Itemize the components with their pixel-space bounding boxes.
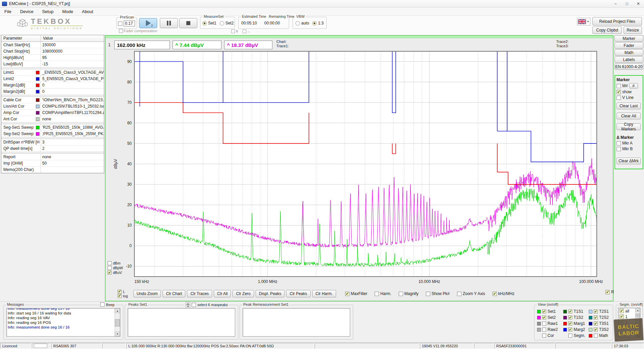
table-row[interactable]: Imp [OHM]50 bbox=[1, 160, 104, 167]
view-toggle-marg1[interactable]: Marg1 bbox=[563, 321, 585, 327]
vbw-radio-auto[interactable]: auto bbox=[296, 21, 309, 25]
clr-chart-button[interactable]: Clr Chart bbox=[163, 290, 185, 297]
table-row[interactable]: DriftSpan n*RBW [Hz]3 bbox=[1, 139, 104, 146]
scroll-thumb[interactable] bbox=[115, 319, 120, 327]
show-pk--checkbox[interactable]: Show Pk# bbox=[426, 291, 450, 296]
spectrum-chart[interactable]: 9080706050403020100-10150 kHz1.000 MHz10… bbox=[106, 36, 613, 301]
view-toggle-raw1[interactable]: Raw1 bbox=[537, 321, 558, 327]
table-row[interactable]: Chart Stop[Hz]108000000 bbox=[1, 48, 104, 55]
view-checkbox-t1s1[interactable]: T1S1 bbox=[568, 309, 583, 314]
axis-checkbox-l[interactable]: L bbox=[118, 290, 128, 294]
view-checkbox-t1s2[interactable]: T1S2 bbox=[568, 315, 583, 320]
show-checkbox[interactable]: show bbox=[617, 90, 632, 94]
view-toggle-t1s2[interactable]: T1S2 bbox=[563, 314, 585, 321]
view-toggle-set1[interactable]: Set1 bbox=[537, 308, 558, 314]
view-checkbox-raw2[interactable]: Raw2 bbox=[542, 327, 558, 332]
table-row[interactable]: Ant Cornone bbox=[1, 116, 104, 122]
table-row[interactable]: Cable Cor'\Other\Nm_BNCm_75cm_RG223.cac bbox=[1, 97, 104, 103]
table-row[interactable]: Limit25_EN55025_Class3_VOLTAGE_PK.lim bbox=[1, 76, 104, 82]
view-toggle-marg2[interactable]: Marg2 bbox=[563, 327, 585, 333]
table-row[interactable]: Reportnone bbox=[1, 154, 104, 160]
sidebar-button-math[interactable]: Math bbox=[615, 49, 643, 56]
table-row[interactable]: Lisn/Att CorCOMP\LISN\TBL0510-1_25032.ls… bbox=[1, 103, 104, 110]
clear-all-button[interactable]: Clear All bbox=[617, 113, 641, 119]
clr-peaks-button[interactable]: Clr Peaks bbox=[286, 290, 310, 297]
play-button[interactable]: 2 bbox=[139, 18, 157, 28]
view-checkbox-t3s2[interactable]: T3S2 bbox=[594, 327, 609, 332]
view-toggle-raw2[interactable]: Raw2 bbox=[537, 327, 558, 333]
view-checkbox-marg1[interactable]: Marg1 bbox=[568, 321, 585, 326]
prescan-checkbox[interactable] bbox=[118, 21, 122, 26]
peak-remeasurement-listbox[interactable] bbox=[243, 308, 350, 337]
fader-compensation-checkbox[interactable]: Fader compensation bbox=[119, 29, 157, 33]
clear-delta-marker-button[interactable]: Clear ΔMrk bbox=[617, 158, 641, 164]
language-dropdown[interactable]: ▼ bbox=[577, 18, 590, 25]
hash-button[interactable]: # bbox=[629, 83, 638, 89]
table-row[interactable]: Margin1[dB]0 bbox=[1, 82, 104, 89]
messages-scrollbar[interactable]: ▲ ▼ bbox=[115, 308, 120, 336]
axis-checkbox-log[interactable]: log bbox=[118, 294, 128, 298]
vertical-fit-checkbox[interactable]: ⇕ bbox=[231, 30, 238, 33]
marker-avg-readout[interactable]: ^ 7.44 dBµV bbox=[173, 41, 221, 49]
measureset-radio-set2[interactable]: Set2 bbox=[220, 21, 234, 25]
view-checkbox-cor[interactable]: Cor bbox=[542, 333, 554, 338]
displ-peaks-button[interactable]: Displ. Peaks bbox=[256, 290, 285, 297]
r-checkbox[interactable]: R bbox=[605, 290, 614, 294]
sidebar-button-fader[interactable]: Fader bbox=[615, 42, 643, 49]
clear-last-button[interactable]: Clear Last bbox=[617, 103, 641, 109]
table-row[interactable]: Margin2[dB]0 bbox=[1, 89, 104, 95]
mkr-a-checkbox[interactable]: Mkr A bbox=[617, 141, 633, 146]
view-toggle-set2[interactable]: Set2 bbox=[537, 314, 558, 321]
view-checkbox-math[interactable]: Math bbox=[594, 333, 608, 338]
unit-checkbox-dbuv[interactable]: dBuV bbox=[108, 271, 123, 275]
maximize-button[interactable]: □ bbox=[621, 1, 633, 6]
view-toggle-segm-[interactable]: Segm. bbox=[563, 333, 585, 339]
table-row[interactable]: Seg-Set2 Sweep;PR25_EN55025_150k_255M_PK… bbox=[1, 131, 104, 137]
prescan-input[interactable]: 0.17 bbox=[124, 20, 135, 26]
marker-frequency-readout[interactable]: 162.000 kHz bbox=[114, 41, 170, 49]
minimize-button[interactable]: – bbox=[610, 1, 621, 6]
view-checkbox-t3s1[interactable]: T3S1 bbox=[594, 321, 609, 326]
table-row[interactable]: Low[dBuV]-15 bbox=[1, 61, 104, 67]
clr-harm--button[interactable]: Clr Harm. bbox=[312, 290, 336, 297]
measureset-radio-set1[interactable]: Set1 bbox=[202, 21, 216, 25]
menu-item-file[interactable]: File bbox=[0, 9, 16, 14]
maxfilter-checkbox[interactable]: MaxFilter bbox=[345, 291, 367, 296]
maxpeaks-spinner[interactable]: ▲▼ bbox=[186, 302, 190, 307]
table-row[interactable]: QP dwell time[s]2 bbox=[1, 146, 104, 152]
view-toggle-math[interactable]: Math bbox=[589, 333, 609, 339]
view-checkbox-t2s1[interactable]: T2S1 bbox=[594, 309, 609, 314]
unit-checkbox-dbm[interactable]: dBm bbox=[108, 261, 123, 265]
menu-item-about[interactable]: About bbox=[77, 9, 98, 14]
marker-pk-readout[interactable]: ^ 18.37 dBµV bbox=[224, 41, 272, 49]
table-row[interactable]: Seg-Set1 Sweep'R25_EN55025_150k_108M_AVG… bbox=[1, 124, 104, 131]
peaks-listbox[interactable] bbox=[128, 308, 235, 337]
view-toggle-t1s1[interactable]: T1S1 bbox=[563, 308, 585, 314]
scroll-down-icon[interactable]: ▼ bbox=[115, 332, 120, 336]
view-toggle-t2s1[interactable]: T2S1 bbox=[589, 308, 609, 314]
marker-number-checkbox[interactable]: M# bbox=[617, 83, 628, 88]
pause-button[interactable] bbox=[160, 18, 178, 28]
view-checkbox-set1[interactable]: Set1 bbox=[542, 309, 556, 314]
khz-mhz-checkbox[interactable]: kHz/MHz bbox=[493, 291, 515, 296]
close-button[interactable]: ✕ bbox=[633, 1, 644, 6]
view-checkbox-segm-[interactable]: Segm. bbox=[568, 333, 585, 338]
mkr-b-checkbox[interactable]: Mkr B bbox=[617, 147, 633, 151]
reload-project-files-button[interactable]: Reload Project Files bbox=[592, 17, 642, 25]
view-checkbox-t2s2[interactable]: T2S2 bbox=[594, 315, 609, 320]
resize-button[interactable]: Resize bbox=[624, 26, 642, 34]
undo-zoom-button[interactable]: Undo Zoom bbox=[133, 290, 161, 297]
table-row[interactable]: Limit1_EN55025_Class3_VOLTAGE_AVG.lim bbox=[1, 69, 104, 76]
scroll-up-icon[interactable]: ▲ bbox=[115, 308, 120, 313]
copy-clipboard-button[interactable]: Copy Clipbd bbox=[592, 26, 622, 34]
view-toggle-t2s2[interactable]: T2S2 bbox=[589, 314, 609, 321]
menu-item-device[interactable]: Device bbox=[16, 9, 38, 14]
sidebar-button-labels[interactable]: Labels bbox=[615, 56, 643, 63]
stop-button[interactable] bbox=[179, 18, 197, 28]
table-row[interactable]: Chart Start[Hz]150000 bbox=[1, 42, 104, 48]
horizontal-fit-checkbox[interactable]: ↔ bbox=[243, 30, 250, 33]
harm--checkbox[interactable]: Harm. bbox=[375, 291, 391, 296]
scroll-up-icon[interactable]: ▲ bbox=[636, 308, 640, 312]
table-row[interactable]: High[dBuV]95 bbox=[1, 55, 104, 61]
copy-markers-button[interactable]: Copy Markers bbox=[617, 123, 641, 130]
